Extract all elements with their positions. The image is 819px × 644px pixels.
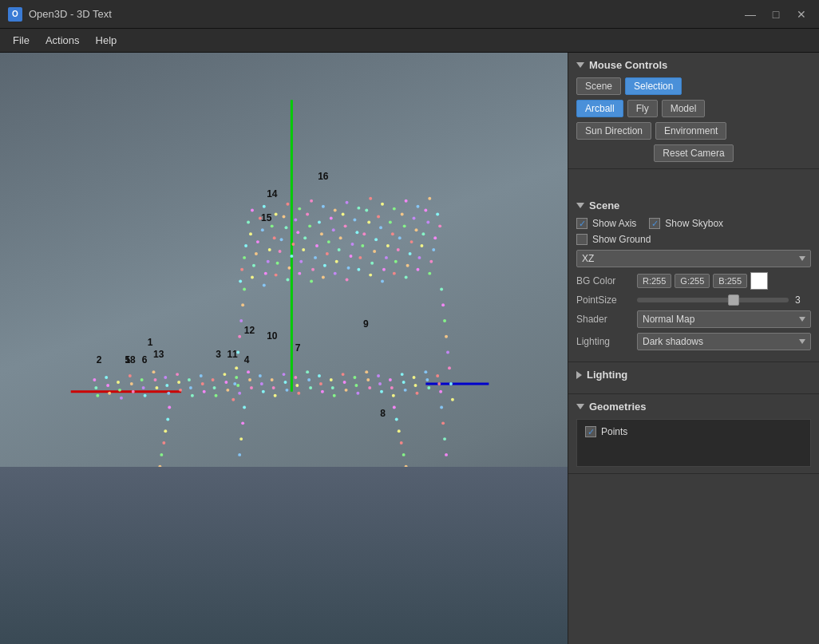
svg-point-149 <box>401 373 404 376</box>
mouse-controls-title: Mouse Controls <box>589 59 667 71</box>
bg-color-r-button[interactable]: R:255 <box>637 274 671 288</box>
close-button[interactable]: ✕ <box>792 5 811 24</box>
lighting-prop-label: Lighting <box>576 336 632 347</box>
svg-point-104 <box>417 256 421 259</box>
show-axis-checkbox[interactable] <box>576 218 588 229</box>
show-skybox-checkbox-label[interactable]: Show Skybox <box>649 218 723 229</box>
mouse-controls-mode-buttons: Arcball Fly Model <box>576 100 811 117</box>
menu-actions[interactable]: Actions <box>38 31 88 49</box>
bg-color-g-button[interactable]: G:255 <box>675 274 710 288</box>
environment-button[interactable]: Environment <box>655 122 726 140</box>
arcball-button[interactable]: Arcball <box>576 100 623 117</box>
bg-color-row: BG Color R:255 G:255 B:255 <box>576 272 811 290</box>
chair-svg <box>0 53 568 644</box>
svg-point-47 <box>355 231 358 234</box>
svg-point-198 <box>274 394 277 397</box>
sun-direction-button[interactable]: Sun Direction <box>576 122 651 140</box>
svg-point-151 <box>424 370 427 373</box>
svg-point-194 <box>226 389 229 392</box>
selection-button[interactable]: Selection <box>625 77 682 95</box>
svg-point-288 <box>238 335 241 338</box>
viewport[interactable]: 012345678910111213141516171819 CSDN @点云侠 <box>0 53 568 644</box>
scene-title: Scene <box>589 200 619 211</box>
lighting-section: Lighting <box>568 362 819 394</box>
svg-point-93 <box>287 267 291 270</box>
svg-point-222 <box>151 512 154 516</box>
model-button[interactable]: Model <box>662 100 706 117</box>
svg-point-259 <box>224 595 227 599</box>
svg-point-227 <box>140 571 144 575</box>
svg-point-187 <box>144 394 147 397</box>
show-ground-checkbox-label[interactable]: Show Ground <box>576 234 651 245</box>
menu-help[interactable]: Help <box>88 31 125 49</box>
bg-color-b-button[interactable]: B:255 <box>713 274 747 288</box>
svg-point-199 <box>285 389 288 392</box>
svg-point-212 <box>439 390 442 393</box>
geometry-points-item[interactable]: Points <box>580 423 807 441</box>
svg-point-190 <box>179 389 182 392</box>
svg-point-185 <box>120 397 123 400</box>
svg-point-193 <box>215 394 218 397</box>
svg-point-166 <box>248 378 251 381</box>
maximize-button[interactable]: □ <box>766 5 785 24</box>
svg-point-233 <box>400 441 403 444</box>
svg-point-56 <box>256 240 259 243</box>
svg-point-70 <box>421 232 425 235</box>
geometries-header[interactable]: Geometries <box>576 401 811 413</box>
scene-button[interactable]: Scene <box>576 77 621 95</box>
svg-point-181 <box>425 378 429 381</box>
svg-point-111 <box>298 272 301 275</box>
ground-plane-dropdown[interactable]: XZ <box>576 250 811 267</box>
point-size-slider-thumb[interactable] <box>728 294 739 306</box>
svg-point-210 <box>415 392 418 395</box>
svg-point-255 <box>230 532 233 535</box>
svg-point-240 <box>416 524 419 527</box>
svg-point-128 <box>152 370 156 373</box>
bg-color-inputs: R:255 G:255 B:255 <box>637 272 768 290</box>
scene-header[interactable]: Scene <box>576 200 811 211</box>
mouse-controls-header[interactable]: Mouse Controls <box>576 59 811 71</box>
svg-point-231 <box>395 417 398 421</box>
geometry-points-checkbox[interactable] <box>585 426 596 437</box>
svg-point-143 <box>330 378 333 381</box>
svg-point-27 <box>318 220 321 223</box>
svg-point-156 <box>130 382 133 385</box>
viewport-label-17: 17 <box>125 543 135 555</box>
shader-row: Shader Normal Map <box>576 310 811 328</box>
svg-point-46 <box>344 224 347 227</box>
svg-point-102 <box>394 260 398 263</box>
svg-point-88 <box>432 248 435 251</box>
spacer <box>568 169 819 193</box>
menu-file[interactable]: File <box>5 31 38 49</box>
lighting-dropdown[interactable]: Dark shadows <box>637 333 811 350</box>
svg-point-191 <box>191 394 194 397</box>
svg-point-153 <box>94 386 97 389</box>
svg-point-28 <box>330 217 333 220</box>
svg-point-260 <box>440 406 443 409</box>
svg-point-294 <box>441 303 445 306</box>
svg-point-144 <box>342 373 345 376</box>
show-axis-checkbox-label[interactable]: Show Axis <box>576 218 636 229</box>
scene-expand-icon <box>576 203 584 208</box>
svg-point-245 <box>428 583 431 587</box>
svg-point-154 <box>106 384 109 387</box>
show-skybox-checkbox[interactable] <box>649 218 660 229</box>
svg-point-60 <box>303 236 307 239</box>
svg-point-226 <box>143 559 146 563</box>
bg-color-swatch[interactable] <box>750 272 768 290</box>
reset-camera-button[interactable]: Reset Camera <box>654 144 733 162</box>
shader-dropdown[interactable]: Normal Map <box>637 310 811 328</box>
point-size-slider-track[interactable] <box>637 298 789 302</box>
svg-point-107 <box>251 276 254 279</box>
svg-point-161 <box>189 386 192 389</box>
minimize-button[interactable]: — <box>741 5 760 24</box>
svg-point-236 <box>407 477 410 480</box>
show-ground-checkbox[interactable] <box>576 234 588 245</box>
svg-point-168 <box>272 386 275 389</box>
svg-point-267 <box>451 516 454 520</box>
svg-point-217 <box>160 453 163 456</box>
svg-point-196 <box>250 386 253 389</box>
watermark: CSDN @点云侠 <box>485 622 560 636</box>
fly-button[interactable]: Fly <box>627 100 658 117</box>
lighting-header[interactable]: Lighting <box>576 369 811 381</box>
